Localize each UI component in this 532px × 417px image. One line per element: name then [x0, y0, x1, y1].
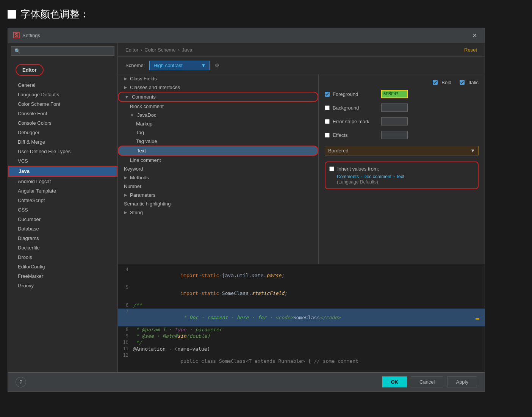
apply-button[interactable]: Apply — [447, 376, 477, 387]
tree-item-class-fields[interactable]: ▶ Class Fields — [118, 74, 318, 83]
code-token: static — [201, 290, 219, 296]
sidebar-item-android-logcat[interactable]: Android Logcat — [8, 177, 117, 186]
background-color-box[interactable] — [381, 103, 408, 112]
tree-item-markup[interactable]: Markup — [118, 119, 318, 128]
code-token: * — [180, 315, 189, 320]
search-input[interactable] — [23, 48, 111, 54]
breadcrumb-java: Java — [182, 47, 192, 53]
search-icon: 🔍 — [14, 48, 20, 54]
sidebar-item-general[interactable]: General — [8, 80, 117, 90]
close-button[interactable]: ✕ — [470, 31, 479, 40]
inherit-label[interactable]: Inherit values from: — [337, 166, 379, 172]
foreground-color-box[interactable]: 5FBF47 — [381, 90, 408, 98]
editor-group-label: Editor — [16, 64, 44, 76]
foreground-checkbox[interactable] — [325, 92, 330, 97]
expand-icon: ▶ — [124, 175, 127, 180]
tree-item-number[interactable]: Number — [118, 182, 318, 191]
sidebar-item-cucumber[interactable]: Cucumber — [8, 215, 117, 224]
ok-button[interactable]: OK — [382, 376, 407, 387]
code-line-11: 11 @Annotation · (name=value) — [118, 346, 485, 352]
code-token: · — [228, 315, 236, 320]
line-number: 10 — [118, 340, 133, 345]
sidebar-item-coffeescript[interactable]: CoffeeScript — [8, 196, 117, 205]
sidebar-item-user-defined[interactable]: User-Defined File Types — [8, 147, 117, 156]
error-stripe-checkbox[interactable] — [325, 119, 330, 124]
code-token: Doc — [189, 315, 198, 320]
tree-label: Parameters — [130, 192, 155, 198]
scheme-value: High contrast — [153, 63, 183, 68]
breadcrumb-color-scheme: Color Scheme — [144, 47, 175, 53]
sidebar-item-database[interactable]: Database — [8, 224, 117, 234]
code-token: */ — [133, 340, 142, 345]
code-token: import — [180, 273, 198, 278]
foreground-label[interactable]: Foreground — [333, 91, 378, 97]
sidebar-item-color-scheme-font[interactable]: Color Scheme Font — [8, 99, 117, 109]
sidebar-item-console-colors[interactable]: Console Colors — [8, 118, 117, 128]
tree-item-string[interactable]: ▶ String — [118, 208, 318, 217]
error-stripe-row: Error stripe mark — [325, 117, 479, 125]
tree-item-semantic-highlighting[interactable]: Semantic highlighting — [118, 199, 318, 208]
breadcrumb-sep1: › — [141, 47, 142, 53]
tree-item-javadoc[interactable]: ▼ JavaDoc — [118, 111, 318, 119]
background-label[interactable]: Background — [333, 105, 378, 111]
error-stripe-label[interactable]: Error stripe mark — [333, 119, 378, 124]
scheme-gear-button[interactable]: ⚙ — [214, 62, 219, 69]
scheme-label: Scheme: — [125, 63, 145, 68]
tree-item-text[interactable]: Text — [118, 146, 318, 156]
sidebar-item-freemarker[interactable]: FreeMarker — [8, 271, 117, 281]
inherit-checkbox[interactable] — [329, 166, 334, 171]
effects-dropdown[interactable]: Bordered ▼ — [325, 146, 479, 155]
tree-item-classes-interfaces[interactable]: ▶ Classes and Interfaces — [118, 83, 318, 92]
tree-item-block-comment[interactable]: Block comment — [118, 102, 318, 111]
reset-button[interactable]: Reset — [464, 47, 477, 53]
effects-checkbox[interactable] — [325, 133, 330, 138]
code-line-8: 8 * @param T · type · parameter — [118, 326, 485, 333]
tree-label: Comments — [132, 94, 156, 100]
sidebar-item-css[interactable]: CSS — [8, 205, 117, 215]
tree-item-comments[interactable]: ▼ Comments — [118, 92, 318, 102]
bold-label[interactable]: Bold — [441, 80, 451, 85]
inherit-link[interactable]: Comments→Doc comment→Text — [337, 174, 474, 179]
sidebar-item-dockerfile[interactable]: Dockerfile — [8, 243, 117, 252]
chevron-down-icon: ▼ — [201, 63, 206, 68]
code-token: · — [198, 315, 207, 320]
background-checkbox[interactable] — [325, 105, 330, 110]
sidebar-item-console-font[interactable]: Console Font — [8, 109, 117, 118]
help-button[interactable]: ? — [16, 377, 26, 387]
tree-item-tag[interactable]: Tag — [118, 128, 318, 137]
code-token: java.util.Date. — [222, 273, 266, 278]
effects-label[interactable]: Effects — [333, 132, 378, 138]
tree-label: String — [130, 210, 143, 215]
bold-checkbox[interactable] — [433, 80, 438, 85]
code-token: ; — [281, 273, 284, 278]
sidebar-item-editorconfig[interactable]: EditorConfig — [8, 262, 117, 271]
chevron-down-icon: ▼ — [470, 148, 475, 154]
sidebar-item-drools[interactable]: Drools — [8, 252, 117, 262]
code-token: · — [219, 273, 222, 278]
properties-panel: Bold Italic Foreground 5FBF47 — [319, 74, 485, 264]
scheme-dropdown[interactable]: High contrast ▼ — [149, 61, 210, 70]
effects-color-box[interactable] — [381, 131, 408, 139]
dialog-body: 🔍 Editor General Language Defaults Color… — [8, 43, 485, 372]
tree-label: Semantic highlighting — [124, 201, 171, 207]
italic-label[interactable]: Italic — [468, 80, 479, 85]
search-box[interactable]: 🔍 — [11, 46, 114, 56]
tree-item-methods[interactable]: ▶ Methods — [118, 173, 318, 182]
error-stripe-color-box[interactable] — [381, 117, 408, 125]
tree-item-parameters[interactable]: ▶ Parameters — [118, 191, 318, 199]
cancel-button[interactable]: Cancel — [411, 376, 443, 387]
sidebar-item-vcs[interactable]: VCS — [8, 156, 117, 166]
tree-item-tag-value[interactable]: Tag value — [118, 137, 318, 146]
sidebar-item-debugger[interactable]: Debugger — [8, 128, 117, 137]
tree-item-line-comment[interactable]: Line comment — [118, 156, 318, 165]
italic-checkbox[interactable] — [460, 80, 465, 85]
effects-row: Effects — [325, 131, 479, 139]
sidebar-item-language-defaults[interactable]: Language Defaults — [8, 90, 117, 99]
sidebar-item-angular-template[interactable]: Angular Template — [8, 186, 117, 196]
tree-item-keyword[interactable]: Keyword — [118, 165, 318, 173]
sidebar-item-java[interactable]: Java — [8, 166, 117, 177]
sidebar-item-diff-merge[interactable]: Diff & Merge — [8, 137, 117, 147]
page-title-bar: 字体颜色调整： — [8, 8, 524, 21]
sidebar-item-diagrams[interactable]: Diagrams — [8, 234, 117, 243]
sidebar-item-groovy[interactable]: Groovy — [8, 281, 117, 290]
